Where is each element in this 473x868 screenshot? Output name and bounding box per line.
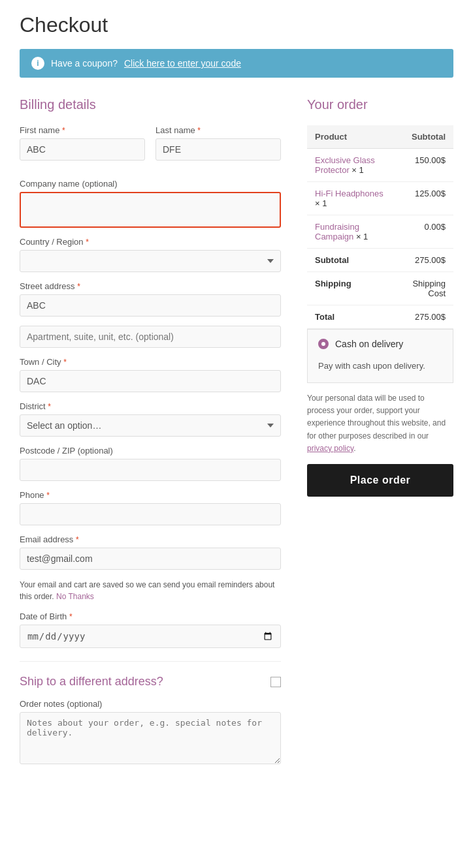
no-thanks-link[interactable]: No Thanks	[56, 592, 94, 601]
apartment-group	[20, 326, 281, 348]
product-price: 0.00$	[396, 215, 453, 249]
phone-group: Phone *	[20, 490, 281, 525]
col-product: Product	[307, 125, 396, 149]
place-order-button[interactable]: Place order	[307, 464, 453, 497]
first-name-group: First name *	[20, 125, 145, 161]
privacy-policy-link[interactable]: privacy policy	[307, 444, 353, 453]
company-group: Company name (optional)	[20, 179, 281, 228]
district-select[interactable]: Select an option…	[20, 414, 281, 437]
street-input[interactable]	[20, 294, 281, 317]
email-group: Email address *	[20, 535, 281, 570]
email-input[interactable]	[20, 548, 281, 570]
apartment-input[interactable]	[20, 326, 281, 348]
first-name-label: First name *	[20, 125, 145, 135]
country-group: Country / Region *	[20, 237, 281, 272]
product-name: Fundraising Campaign × 1	[307, 215, 396, 249]
payment-box: Cash on delivery Pay with cash upon deli…	[307, 329, 453, 383]
country-label: Country / Region *	[20, 237, 281, 247]
postcode-label: Postcode / ZIP (optional)	[20, 446, 281, 456]
phone-input[interactable]	[20, 503, 281, 525]
last-name-label: Last name *	[155, 125, 281, 135]
order-section: Your order Product Subtotal Exclusive Gl…	[307, 97, 453, 497]
order-heading: Your order	[307, 97, 453, 112]
dob-input[interactable]	[20, 625, 281, 648]
payment-option[interactable]: Cash on delivery	[318, 339, 442, 349]
product-price: 125.00$	[396, 182, 453, 215]
first-name-input[interactable]	[20, 138, 145, 161]
order-notes-label: Order notes (optional)	[20, 699, 281, 709]
privacy-note: Your personal data will be used to proce…	[307, 383, 453, 464]
email-label: Email address *	[20, 535, 281, 544]
product-name: Hi-Fi Headphones × 1	[307, 182, 396, 215]
order-notes-section: Order notes (optional)	[20, 699, 281, 764]
coupon-text: Have a coupon?	[51, 58, 118, 69]
page-title: Checkout	[20, 13, 453, 37]
company-input[interactable]	[20, 192, 281, 228]
country-select[interactable]	[20, 250, 281, 272]
payment-label: Cash on delivery	[335, 339, 403, 349]
col-subtotal: Subtotal	[396, 125, 453, 149]
street-group: Street address *	[20, 281, 281, 317]
postcode-input[interactable]	[20, 459, 281, 481]
cash-on-delivery-radio[interactable]	[318, 339, 329, 349]
subtotal-value: 275.00$	[396, 249, 453, 272]
last-name-input[interactable]	[155, 138, 281, 161]
table-row: Hi-Fi Headphones × 1 125.00$	[307, 182, 453, 215]
shipping-label: Shipping	[307, 272, 396, 305]
email-note: Your email and cart are saved so we can …	[20, 579, 281, 602]
product-name: Exclusive Glass Protector × 1	[307, 149, 396, 182]
payment-description: Pay with cash upon delivery.	[318, 356, 442, 373]
district-group: District * Select an option…	[20, 401, 281, 437]
town-input[interactable]	[20, 370, 281, 392]
table-row: Fundraising Campaign × 1 0.00$	[307, 215, 453, 249]
coupon-link[interactable]: Click here to enter your code	[124, 58, 241, 69]
total-value: 275.00$	[396, 305, 453, 329]
billing-heading: Billing details	[20, 97, 281, 112]
company-label: Company name (optional)	[20, 179, 281, 189]
subtotal-label: Subtotal	[307, 249, 396, 272]
dob-label: Date of Birth *	[20, 612, 281, 621]
postcode-group: Postcode / ZIP (optional)	[20, 446, 281, 481]
ship-section: Ship to a different address?	[20, 661, 281, 689]
order-notes-group: Order notes (optional)	[20, 699, 281, 764]
town-label: Town / City *	[20, 357, 281, 367]
order-table: Product Subtotal Exclusive Glass Protect…	[307, 125, 453, 329]
shipping-value: Shipping Cost	[396, 272, 453, 305]
coupon-banner: i Have a coupon? Click here to enter you…	[20, 49, 453, 78]
dob-group: Date of Birth *	[20, 612, 281, 648]
ship-checkbox[interactable]	[270, 677, 281, 687]
table-row: Exclusive Glass Protector × 1 150.00$	[307, 149, 453, 182]
total-label: Total	[307, 305, 396, 329]
phone-label: Phone *	[20, 490, 281, 500]
billing-section: Billing details First name * Last name *…	[20, 97, 281, 773]
town-group: Town / City *	[20, 357, 281, 392]
product-price: 150.00$	[396, 149, 453, 182]
info-icon: i	[31, 57, 44, 70]
ship-heading: Ship to a different address?	[20, 675, 163, 689]
street-label: Street address *	[20, 281, 281, 291]
last-name-group: Last name *	[155, 125, 281, 161]
district-label: District *	[20, 401, 281, 411]
order-notes-input[interactable]	[20, 712, 281, 764]
